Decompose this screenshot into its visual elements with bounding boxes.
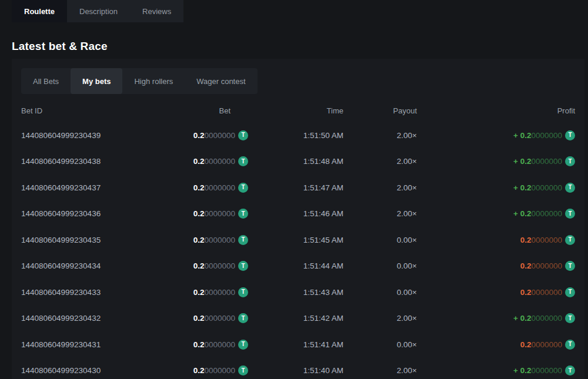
tether-icon: T [565, 235, 575, 245]
table-row: 144080604999230439 0.20000000 T 1:51:50 … [21, 122, 575, 149]
table-row: 144080604999230434 0.20000000 T 1:51:44 … [21, 253, 575, 280]
tab-description[interactable]: Description [67, 0, 130, 22]
bet-profit: 0.20000000 [520, 236, 562, 244]
filter-tab-wager-contest[interactable]: Wager contest [185, 68, 257, 94]
bet-payout: 2.00× [350, 314, 424, 323]
bet-amount-cell: 0.20000000 T [142, 287, 248, 297]
bet-id-link[interactable]: 144080604999230433 [21, 288, 142, 297]
game-tab-bar: Roulette Description Reviews [12, 0, 183, 22]
table-row: 144080604999230436 0.20000000 T 1:51:46 … [21, 201, 575, 227]
table-row: 144080604999230438 0.20000000 T 1:51:48 … [21, 149, 575, 175]
tether-icon: T [238, 340, 248, 350]
bet-profit: 0.20000000 [520, 288, 562, 297]
bet-payout: 2.00× [350, 209, 424, 218]
bet-profit-cell: + 0.20000000 T [424, 183, 575, 193]
bet-amount-cell: 0.20000000 T [142, 313, 248, 323]
bet-payout: 2.00× [350, 131, 424, 140]
bet-profit: + 0.20000000 [513, 209, 562, 218]
bet-id-link[interactable]: 144080604999230437 [21, 183, 142, 192]
bet-amount-cell: 0.20000000 T [142, 156, 248, 166]
tether-icon: T [238, 130, 248, 140]
bet-profit-cell: 0.20000000 T [424, 287, 575, 297]
tether-icon: T [238, 156, 248, 166]
bet-time: 1:51:41 AM [248, 340, 350, 349]
bet-id-link[interactable]: 144080604999230438 [21, 157, 142, 166]
bet-amount-cell: 0.20000000 T [142, 261, 248, 271]
tether-icon: T [238, 235, 248, 245]
tether-icon: T [565, 340, 575, 350]
table-row: 144080604999230432 0.20000000 T 1:51:42 … [21, 306, 575, 332]
bet-amount: 0.20000000 [193, 261, 235, 270]
tether-icon: T [565, 313, 575, 323]
bet-amount: 0.20000000 [193, 209, 235, 218]
tether-icon: T [565, 287, 575, 297]
bet-profit: + 0.20000000 [513, 314, 562, 323]
bet-amount: 0.20000000 [193, 366, 235, 375]
bet-profit-cell: 0.20000000 T [424, 261, 575, 271]
table-row: 144080604999230430 0.20000000 T 1:51:40 … [21, 358, 575, 379]
bet-id-link[interactable]: 144080604999230434 [21, 261, 142, 270]
tether-icon: T [565, 365, 575, 375]
filter-tab-all-bets[interactable]: All Bets [21, 68, 71, 94]
tether-icon: T [238, 313, 248, 323]
bet-filter-tabs: All Bets My bets High rollers Wager cont… [21, 68, 258, 94]
bet-time: 1:51:45 AM [248, 236, 350, 244]
bet-profit-cell: + 0.20000000 T [424, 130, 575, 140]
filter-tab-my-bets[interactable]: My bets [71, 68, 122, 94]
bet-id-link[interactable]: 144080604999230430 [21, 366, 142, 375]
table-row: 144080604999230437 0.20000000 T 1:51:47 … [21, 175, 575, 201]
bet-amount-cell: 0.20000000 T [142, 340, 248, 350]
bet-profit: + 0.20000000 [513, 183, 562, 192]
bet-profit-cell: + 0.20000000 T [424, 313, 575, 323]
bet-id-link[interactable]: 144080604999230439 [21, 131, 142, 140]
table-row: 144080604999230433 0.20000000 T 1:51:43 … [21, 279, 575, 306]
bet-profit-cell: + 0.20000000 T [424, 156, 575, 166]
bet-id-link[interactable]: 144080604999230431 [21, 340, 142, 349]
page-title: Latest bet & Race [12, 40, 108, 53]
tether-icon: T [565, 261, 575, 271]
bet-time: 1:51:40 AM [248, 366, 350, 375]
filter-tab-high-rollers[interactable]: High rollers [122, 68, 185, 94]
header-bet-id: Bet ID [21, 106, 142, 115]
bet-profit: 0.20000000 [520, 340, 562, 349]
header-time: Time [248, 106, 350, 115]
tether-icon: T [238, 209, 248, 219]
tether-icon: T [565, 209, 575, 219]
table-row: 144080604999230431 0.20000000 T 1:51:41 … [21, 331, 575, 358]
tether-icon: T [565, 183, 575, 193]
tether-icon: T [565, 130, 575, 140]
bet-amount-cell: 0.20000000 T [142, 183, 248, 193]
bet-payout: 0.00× [350, 236, 424, 244]
bet-time: 1:51:43 AM [248, 288, 350, 297]
bet-id-link[interactable]: 144080604999230435 [21, 236, 142, 244]
header-profit: Profit [424, 106, 575, 115]
bet-amount: 0.20000000 [193, 340, 235, 349]
bet-time: 1:51:44 AM [248, 261, 350, 270]
tether-icon: T [238, 287, 248, 297]
bet-time: 1:51:42 AM [248, 314, 350, 323]
tab-reviews[interactable]: Reviews [130, 0, 183, 22]
bet-profit-cell: 0.20000000 T [424, 340, 575, 350]
bet-amount: 0.20000000 [193, 131, 235, 140]
bets-table: Bet ID Bet Time Payout Profit 1440806049… [21, 99, 575, 379]
tether-icon: T [565, 156, 575, 166]
bet-amount-cell: 0.20000000 T [142, 365, 248, 375]
header-bet: Bet [142, 106, 248, 115]
tether-icon: T [238, 183, 248, 193]
table-header-row: Bet ID Bet Time Payout Profit [21, 99, 575, 122]
bet-amount: 0.20000000 [193, 157, 235, 166]
bet-payout: 2.00× [350, 157, 424, 166]
bet-payout: 2.00× [350, 183, 424, 192]
bet-amount: 0.20000000 [193, 236, 235, 244]
bet-time: 1:51:50 AM [248, 131, 350, 140]
bet-profit: 0.20000000 [520, 261, 562, 270]
latest-bets-panel: All Bets My bets High rollers Wager cont… [12, 59, 584, 379]
bet-time: 1:51:46 AM [248, 209, 350, 218]
bet-id-link[interactable]: 144080604999230432 [21, 314, 142, 323]
tab-roulette[interactable]: Roulette [12, 0, 67, 22]
bet-time: 1:51:47 AM [248, 183, 350, 192]
bet-id-link[interactable]: 144080604999230436 [21, 209, 142, 218]
table-body: 144080604999230439 0.20000000 T 1:51:50 … [21, 122, 575, 379]
bet-amount: 0.20000000 [193, 288, 235, 297]
tether-icon: T [238, 365, 248, 375]
